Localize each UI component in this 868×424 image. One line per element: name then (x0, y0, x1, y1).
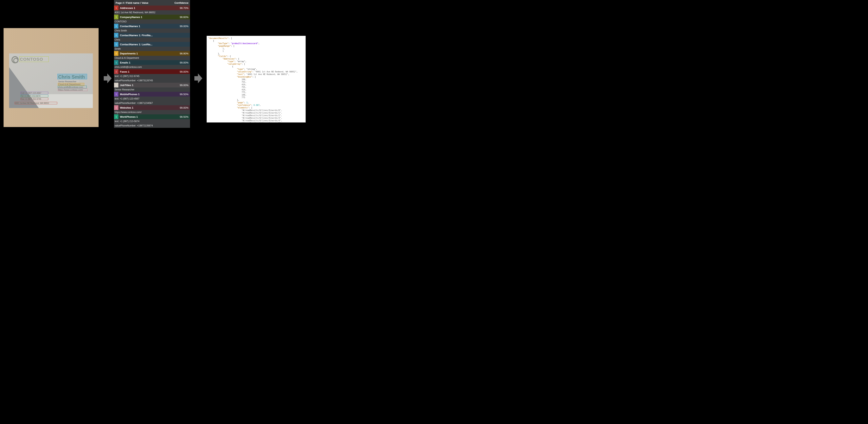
field-value: https://www.contoso.com/ (114, 110, 190, 115)
json-output: "documentResults": [ { "docType": "prebu… (208, 37, 304, 123)
hl-cell (21, 92, 48, 94)
field-label: Emails 1 (118, 61, 180, 64)
field-value: text: +1 (987) 213-5674 (114, 119, 190, 124)
field-value: valuePhoneNumber: +19873126745 (114, 78, 190, 83)
result-row[interactable]: 1ContactNames 199.00% (114, 24, 190, 29)
result-row[interactable]: 1Addresses 198.70% (114, 5, 190, 10)
page-badge: 1 (114, 60, 118, 65)
field-label: ContactNames 1: LastNa... (118, 43, 188, 46)
hl-website (58, 89, 88, 91)
results-header-right: Confidence (175, 1, 188, 4)
field-label: CompanyNames 1 (118, 15, 180, 19)
field-label: Faxes 1 (118, 70, 180, 73)
confidence-value: 99.00% (180, 106, 190, 109)
confidence-value: 99.00% (180, 61, 190, 64)
field-value: valuePhoneNumber: +19871234567 (114, 101, 190, 105)
result-row[interactable]: 1CompanyNames 198.60% (114, 14, 190, 20)
hl-tel (21, 95, 48, 97)
result-row[interactable]: 1WorkPhones 198.50% (114, 115, 190, 119)
field-value: Smith (114, 47, 190, 51)
result-row[interactable]: 1Faxes 199.00% (114, 69, 190, 74)
confidence-value: 99.50% (180, 93, 190, 96)
confidence-value: 99.00% (180, 70, 190, 73)
confidence-value: 98.70% (180, 6, 190, 9)
confidence-value: 99.00% (180, 84, 190, 87)
hl-company (20, 56, 49, 62)
field-label: Websites 1 (118, 106, 180, 109)
hl-fax (21, 98, 48, 100)
logo-icon (11, 56, 19, 63)
hl-jobtitle (58, 80, 79, 83)
page-badge: 1 (114, 5, 118, 10)
results-header-left: Page # / Field name / Value (116, 1, 175, 4)
field-label: MobilePhones 1 (118, 93, 180, 96)
results-header: Page # / Field name / Value Confidence (114, 0, 190, 5)
arrow-icon (194, 73, 202, 83)
result-row[interactable]: 1ContactNames 1: LastNa... (114, 42, 190, 47)
result-row[interactable]: 1Emails 199.00% (114, 60, 190, 65)
field-value: CONTOSO (114, 20, 190, 24)
field-value: text: +1 (987) 312-6745 (114, 74, 190, 78)
page-badge: 1 (114, 92, 118, 97)
result-row[interactable]: 1Departments 198.90% (114, 51, 190, 56)
page-badge: 1 (114, 42, 118, 47)
results-rows: 1Addresses 198.70%4001 1st Ave NE Redmon… (114, 5, 190, 128)
arrow-icon (104, 73, 111, 83)
page-badge: 1 (114, 14, 118, 20)
page-badge: 1 (114, 83, 118, 88)
field-value: Senior Researcher (114, 88, 190, 92)
confidence-value: 98.50% (180, 116, 190, 118)
field-value: chris.smith@contoso.com (114, 65, 190, 69)
field-value: valuePhoneNumber: +19872135674 (114, 124, 190, 128)
confidence-value: 99.00% (180, 25, 190, 28)
result-row[interactable]: 1Websites 199.00% (114, 105, 190, 110)
hl-department (58, 83, 84, 86)
page-badge: 1 (114, 115, 118, 119)
page-badge: 1 (114, 33, 118, 38)
field-value: Cloud & AI Department (114, 56, 190, 60)
confidence-value: 98.90% (180, 52, 190, 55)
page-badge: 1 (114, 105, 118, 110)
json-panel: "documentResults": [ { "docType": "prebu… (207, 36, 306, 123)
hl-name (57, 74, 87, 79)
field-value: Chris (114, 38, 190, 42)
result-row[interactable]: 1JobTitles 199.00% (114, 83, 190, 88)
page-badge: 1 (114, 69, 118, 74)
field-label: Departments 1 (118, 52, 180, 55)
result-row[interactable]: 1MobilePhones 199.50% (114, 92, 190, 97)
business-card: CONTOSO Chris Smith Senior Researcher Cl… (9, 54, 93, 108)
field-value: 4001 1st Ave NE Redmond, WA 98052 (114, 10, 190, 14)
result-row[interactable]: 1ContactNames 1: FirstNa... (114, 33, 190, 38)
field-label: Addresses 1 (118, 6, 180, 9)
field-value: text: +1 (987) 123-4567 (114, 97, 190, 101)
business-card-panel: CONTOSO Chris Smith Senior Researcher Cl… (4, 28, 99, 127)
page-badge: 1 (114, 51, 118, 56)
field-value: Chris Smith (114, 29, 190, 33)
field-label: ContactNames 1 (118, 25, 180, 28)
field-label: WorkPhones 1 (118, 116, 180, 118)
results-panel: Page # / Field name / Value Confidence 1… (114, 0, 190, 128)
field-label: JobTitles 1 (118, 84, 180, 87)
field-label: ContactNames 1: FirstNa... (118, 34, 188, 37)
hl-email (58, 86, 87, 88)
page-badge: 1 (114, 24, 118, 29)
confidence-value: 98.60% (180, 15, 190, 19)
hl-address (14, 102, 57, 104)
